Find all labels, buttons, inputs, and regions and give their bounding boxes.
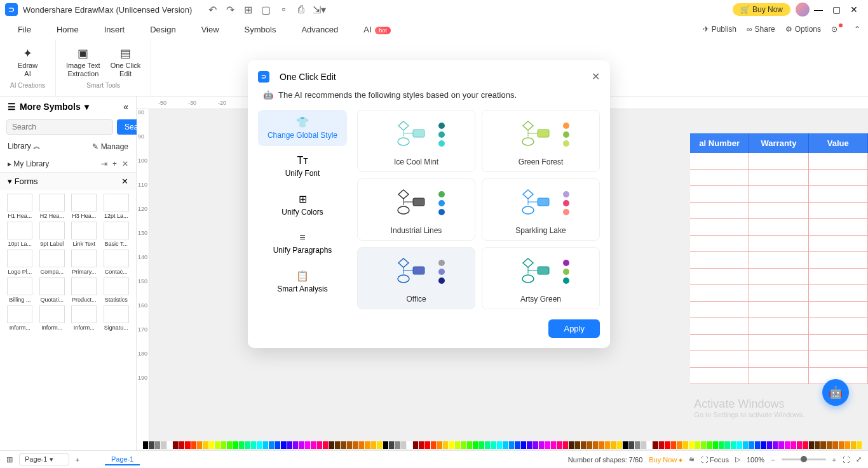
color-swatch[interactable] bbox=[641, 441, 646, 449]
color-swatch[interactable] bbox=[341, 441, 346, 449]
color-swatch[interactable] bbox=[185, 441, 190, 449]
color-swatch[interactable] bbox=[161, 441, 166, 449]
minimize-button[interactable]: — bbox=[810, 1, 827, 18]
color-swatch[interactable] bbox=[797, 441, 802, 449]
symbol-item[interactable]: Link Text bbox=[69, 222, 99, 247]
color-swatch[interactable] bbox=[647, 441, 652, 449]
color-swatch[interactable] bbox=[755, 441, 760, 449]
color-swatch[interactable] bbox=[653, 441, 658, 449]
symbol-item[interactable]: Compa... bbox=[37, 250, 67, 275]
collapse-panel-button[interactable]: « bbox=[123, 102, 128, 112]
color-swatch[interactable] bbox=[593, 441, 598, 449]
color-swatch[interactable] bbox=[682, 441, 688, 449]
symbol-item[interactable]: Inform... bbox=[37, 305, 67, 331]
color-swatch[interactable] bbox=[665, 441, 670, 449]
avatar[interactable] bbox=[796, 3, 810, 17]
color-swatch[interactable] bbox=[761, 441, 766, 449]
color-swatch[interactable] bbox=[227, 441, 232, 449]
print-icon[interactable]: ⎙ bbox=[296, 4, 306, 15]
color-swatch[interactable] bbox=[569, 441, 574, 449]
unify-font-tab[interactable]: TтUnify Font bbox=[258, 149, 347, 184]
color-swatch[interactable] bbox=[149, 441, 154, 449]
color-swatch[interactable] bbox=[305, 441, 310, 449]
add-page-button[interactable]: + bbox=[76, 456, 79, 464]
one-click-edit-button[interactable]: ▤ One Click Edit bbox=[111, 46, 141, 78]
symbol-item[interactable]: H3 Hea... bbox=[69, 194, 99, 219]
color-swatch[interactable] bbox=[329, 441, 334, 449]
symbol-item[interactable]: Basic T... bbox=[102, 222, 132, 247]
grid-view-icon[interactable]: ▥ bbox=[6, 455, 13, 464]
color-swatch[interactable] bbox=[443, 441, 448, 449]
color-swatch[interactable] bbox=[311, 441, 316, 449]
color-swatch[interactable] bbox=[419, 441, 424, 449]
color-swatch[interactable] bbox=[749, 441, 754, 449]
color-swatch[interactable] bbox=[790, 441, 796, 449]
color-swatch[interactable] bbox=[437, 441, 442, 449]
color-swatch[interactable] bbox=[857, 441, 862, 449]
close-section-icon[interactable]: ✕ bbox=[121, 177, 128, 186]
color-swatch[interactable] bbox=[359, 441, 364, 449]
color-swatch[interactable] bbox=[461, 441, 466, 449]
menu-symbols[interactable]: Symbols bbox=[234, 22, 287, 37]
color-swatch[interactable] bbox=[545, 441, 550, 449]
symbol-item[interactable]: H2 Hea... bbox=[37, 194, 67, 219]
color-swatch[interactable] bbox=[599, 441, 604, 449]
apply-button[interactable]: Apply bbox=[548, 319, 600, 338]
color-swatch[interactable] bbox=[155, 441, 160, 449]
zoom-slider[interactable] bbox=[782, 458, 826, 460]
unify-colors-tab[interactable]: ⊞Unify Colors bbox=[258, 187, 347, 223]
my-library-item[interactable]: ▸ My Library bbox=[8, 159, 49, 168]
color-swatch[interactable] bbox=[659, 441, 664, 449]
color-swatch[interactable] bbox=[239, 441, 244, 449]
import-icon[interactable]: ⇥ bbox=[101, 159, 107, 168]
color-swatch[interactable] bbox=[820, 441, 825, 449]
color-swatch[interactable] bbox=[851, 441, 856, 449]
color-swatch[interactable] bbox=[719, 441, 724, 449]
symbol-item[interactable]: Inform... bbox=[5, 305, 35, 331]
style-card[interactable]: Office bbox=[357, 247, 475, 309]
color-swatch[interactable] bbox=[245, 441, 250, 449]
manage-button[interactable]: ✎ Manage bbox=[92, 142, 128, 151]
color-swatch[interactable] bbox=[335, 441, 340, 449]
color-swatch[interactable] bbox=[778, 441, 783, 449]
search-input[interactable] bbox=[6, 119, 113, 135]
color-swatch[interactable] bbox=[173, 441, 178, 449]
color-swatch[interactable] bbox=[532, 441, 538, 449]
color-swatch[interactable] bbox=[257, 441, 262, 449]
color-swatch[interactable] bbox=[563, 441, 568, 449]
symbol-item[interactable]: H1 Hea... bbox=[5, 194, 35, 219]
color-swatch[interactable] bbox=[521, 441, 526, 449]
color-swatch[interactable] bbox=[515, 441, 520, 449]
color-swatch[interactable] bbox=[233, 441, 238, 449]
color-swatch[interactable] bbox=[143, 441, 148, 449]
color-swatch[interactable] bbox=[575, 441, 580, 449]
maximize-button[interactable]: ▢ bbox=[827, 1, 845, 18]
color-swatch[interactable] bbox=[251, 441, 256, 449]
color-swatch[interactable] bbox=[623, 441, 628, 449]
color-swatch[interactable] bbox=[413, 441, 418, 449]
style-card[interactable]: Artsy Green bbox=[482, 247, 600, 309]
color-swatch[interactable] bbox=[832, 441, 837, 449]
menu-view[interactable]: View bbox=[191, 22, 229, 37]
color-swatch[interactable] bbox=[773, 441, 778, 449]
color-swatch[interactable] bbox=[281, 441, 286, 449]
play-icon[interactable]: ▷ bbox=[735, 455, 740, 464]
fit-page-icon[interactable]: ⛶ bbox=[843, 456, 850, 464]
symbol-item[interactable]: 12pt La... bbox=[102, 194, 132, 219]
focus-button[interactable]: ⛶ Focus bbox=[701, 456, 729, 464]
modal-close-button[interactable]: ✕ bbox=[592, 70, 600, 83]
collapse-ribbon[interactable]: ⌃ bbox=[854, 25, 860, 34]
menu-advanced[interactable]: Advanced bbox=[291, 22, 348, 37]
color-swatch[interactable] bbox=[677, 441, 682, 449]
delete-icon[interactable]: ✕ bbox=[122, 159, 128, 168]
options-button[interactable]: ⚙Options bbox=[785, 25, 821, 34]
style-card[interactable]: Ice Cool Mint bbox=[357, 110, 475, 172]
color-swatch[interactable] bbox=[209, 441, 214, 449]
new-icon[interactable]: ⊞ bbox=[243, 4, 253, 15]
library-toggle[interactable]: Library ︽ bbox=[8, 141, 41, 152]
color-swatch[interactable] bbox=[503, 441, 508, 449]
color-swatch[interactable] bbox=[743, 441, 748, 449]
color-swatch[interactable] bbox=[449, 441, 454, 449]
color-swatch[interactable] bbox=[485, 441, 490, 449]
open-icon[interactable]: ▢ bbox=[261, 4, 271, 15]
